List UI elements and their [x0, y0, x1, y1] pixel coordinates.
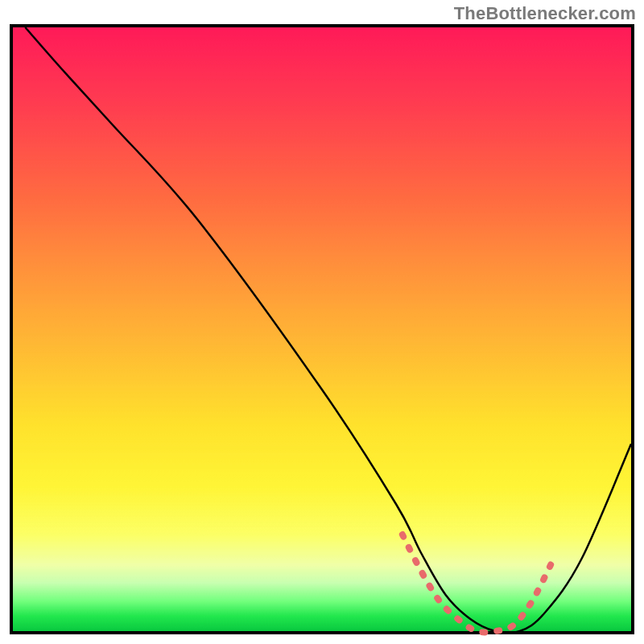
plot-area	[10, 24, 634, 634]
curve-overlay	[13, 27, 631, 631]
bottleneck-curve	[25, 27, 631, 633]
optimal-range-marker	[402, 535, 551, 632]
chart-frame: TheBottlenecker.com	[0, 0, 644, 644]
attribution-text: TheBottlenecker.com	[454, 3, 636, 24]
